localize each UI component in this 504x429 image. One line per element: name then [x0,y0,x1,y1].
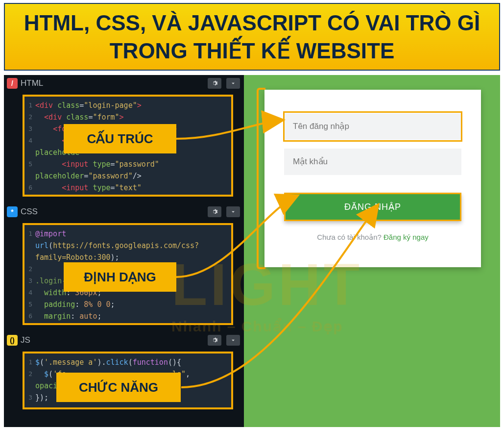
preview-area: ĐĂNG NHẬP Chưa có tài khoản? Đăng ký nga… [244,75,500,427]
code-line: 1$('.message a').click(function(){ [24,356,231,368]
login-button[interactable]: ĐĂNG NHẬP [284,193,461,221]
label-js: CHỨC NĂNG [56,373,181,402]
code-line: 6 margin: auto; [24,310,231,322]
signup-prompt: Chưa có tài khoản? [317,233,384,241]
gear-icon[interactable] [208,206,221,217]
page-title: HTML, CSS, VÀ JAVASCRIPT CÓ VAI TRÒ GÌ T… [15,9,489,65]
code-line: url(https://fonts.googleapis.com/css? [24,240,231,252]
html-indicator-icon: / [7,78,18,89]
label-css: ĐỊNH DẠNG [64,262,176,292]
username-input[interactable] [284,113,461,140]
signup-link[interactable]: Đăng ký ngay [384,233,429,241]
login-card: ĐĂNG NHẬP Chưa có tài khoản? Đăng ký nga… [264,90,481,267]
code-line: placeholder="password"/> [24,170,231,182]
js-indicator-icon: () [7,335,18,346]
code-line: 1<div class="login-page"> [24,100,231,111]
gear-icon[interactable] [208,78,221,89]
panel-title-css: CSS [21,207,203,217]
chevron-down-icon[interactable] [226,335,240,346]
code-line: 1@import [24,228,231,240]
css-indicator-icon: * [7,206,18,217]
code-line: 6 <input type="text" [24,182,231,194]
panel-title-html: HTML [21,78,203,88]
signup-row: Chưa có tài khoản? Đăng ký ngay [284,233,461,242]
panel-header-js: () JS [4,332,244,349]
label-html: CẤU TRÚC [64,124,176,153]
code-line: 5 padding: 8% 0 0; [24,299,231,310]
password-input[interactable] [284,149,461,175]
code-line: 2 <div class="form"> [24,111,231,123]
chevron-down-icon[interactable] [226,78,240,89]
panel-header-css: * CSS [4,203,244,220]
code-line: 5 <input type="password" [24,158,231,170]
chevron-down-icon[interactable] [226,206,240,217]
code-line: family=Roboto:300); [24,252,231,263]
title-banner: HTML, CSS, VÀ JAVASCRIPT CÓ VAI TRÒ GÌ T… [4,3,500,71]
gear-icon[interactable] [208,335,221,346]
panel-header-html: / HTML [4,75,244,92]
panel-title-js: JS [21,335,203,345]
